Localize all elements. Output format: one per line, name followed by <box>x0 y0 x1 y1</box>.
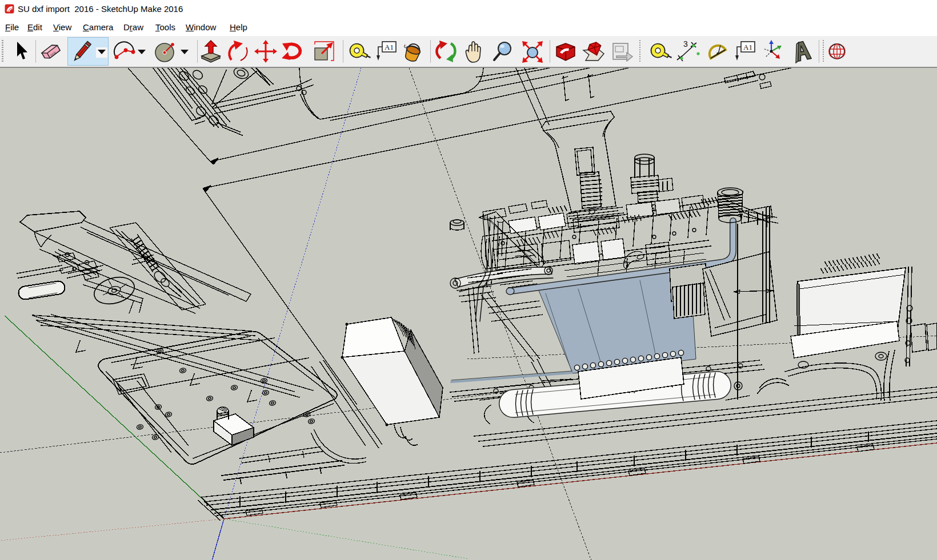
svg-text:3: 3 <box>683 39 688 49</box>
svg-text:A1: A1 <box>743 43 752 51</box>
svg-text:A1: A1 <box>385 43 394 51</box>
